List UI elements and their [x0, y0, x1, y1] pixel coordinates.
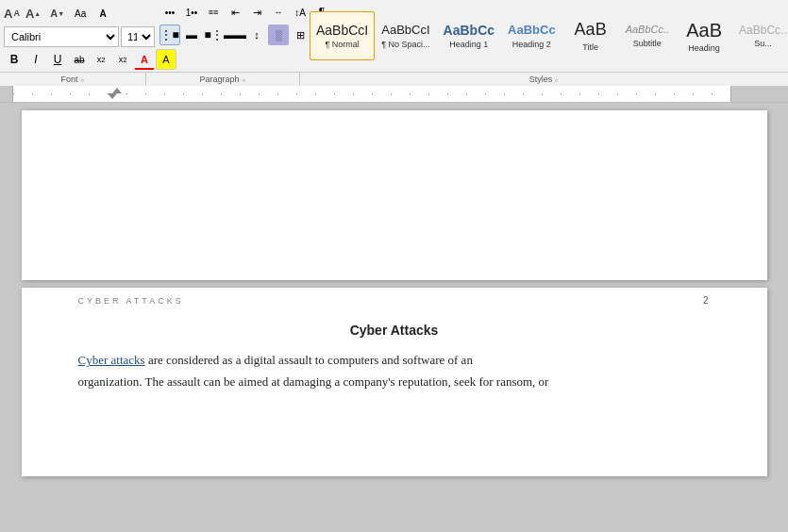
font-section-label: Font — [60, 74, 77, 85]
font-dialog-launcher[interactable]: ⬦ — [80, 75, 85, 84]
justify-button[interactable]: ▬▬ — [225, 25, 245, 45]
ruler — [0, 86, 788, 103]
page-2-title: Cyber Attacks — [78, 323, 711, 338]
align-center-button[interactable]: ▬ — [181, 25, 202, 45]
paragraph-section: ••• 1•• ≡≡ ⇤ ⇥ ↔ ↕A ¶ ⋮■ ▬ ■⋮ ▬▬ ↕ ░ ⊞ — [156, 2, 302, 70]
toolbar: A A A▲ A▼ Aa A Calibri Times New Roman A… — [0, 0, 788, 86]
strikethrough-button[interactable]: ab — [69, 49, 90, 70]
hanging-indent[interactable] — [108, 93, 117, 99]
align-right-button[interactable]: ■⋮ — [203, 25, 224, 45]
page-2-paragraph2: organization. The assault can be aimed a… — [78, 371, 711, 392]
increase-indent-button[interactable]: ⇥ — [246, 2, 267, 23]
font-size-small-icon: A — [13, 8, 20, 18]
text-effect-button[interactable]: A — [92, 3, 113, 24]
page-2-header: CYBER ATTACKS 2 — [22, 288, 767, 313]
paragraph-section-label: Paragraph — [199, 74, 239, 85]
number-list-button[interactable]: 1•• — [181, 2, 202, 23]
style-heading2[interactable]: AaBbCc Heading 2 — [501, 11, 562, 60]
cyber-attacks-link[interactable]: Cyber attacks — [78, 353, 145, 367]
bold-button[interactable]: B — [4, 49, 25, 70]
styles-dialog-launcher[interactable]: ⬦ — [554, 75, 559, 84]
font-section: A A A▲ A▼ Aa A Calibri Times New Roman A… — [4, 2, 150, 70]
ruler-right-margin — [731, 86, 788, 102]
font-size-select[interactable]: 891011121416 — [121, 26, 155, 47]
subscript-button[interactable]: x2 — [91, 49, 111, 70]
shading-button[interactable]: ░ — [268, 25, 289, 45]
style-subtitle[interactable]: AaBbCc.. Subtitle — [619, 11, 676, 60]
style-no-spacing[interactable]: AaBbCcI ¶ No Spaci... — [375, 11, 436, 60]
italic-button[interactable]: I — [25, 49, 46, 70]
page-header-title: CYBER ATTACKS — [78, 296, 184, 306]
font-name-select[interactable]: Calibri Times New Roman Arial — [4, 26, 119, 47]
align-left-button[interactable]: ⋮■ — [159, 25, 180, 45]
multilevel-list-button[interactable]: ≡≡ — [203, 2, 224, 23]
style-extra[interactable]: AaBbCc.. Su... — [732, 11, 788, 60]
clear-format-button[interactable]: Aa — [70, 3, 91, 24]
style-title[interactable]: AaB Title — [562, 11, 619, 60]
underline-button[interactable]: U — [47, 49, 68, 70]
font-size-large-icon: A — [4, 7, 12, 21]
para-dialog-launcher[interactable]: ⬦ — [242, 75, 246, 84]
page-1 — [22, 110, 767, 280]
page-number: 2 — [703, 295, 711, 306]
style-heading1[interactable]: AaBbCc Heading 1 — [437, 11, 501, 60]
style-heading[interactable]: AaB Heading — [676, 11, 732, 60]
styles-section: AaBbCcI ¶ Normal AaBbCcI ¶ No Spaci... A… — [308, 2, 788, 70]
page-2-paragraph1: Cyber attacks are considered as a digita… — [78, 349, 711, 371]
paragraph1-rest: are considered as a digital assault to c… — [145, 353, 473, 367]
page-2-body: Cyber Attacks Cyber attacks are consider… — [22, 313, 767, 412]
ltr-rtl-button[interactable]: ↔ — [268, 2, 289, 23]
styles-section-label: Styles — [529, 74, 553, 85]
grow-font-button[interactable]: A▲ — [22, 3, 44, 24]
page-2: CYBER ATTACKS 2 Cyber Attacks Cyber atta… — [22, 288, 767, 476]
page-1-content — [22, 110, 767, 148]
document-area: CYBER ATTACKS 2 Cyber Attacks Cyber atta… — [0, 103, 788, 532]
decrease-indent-button[interactable]: ⇤ — [225, 2, 245, 23]
line-spacing-button[interactable]: ↕ — [246, 25, 267, 45]
text-color-button[interactable]: A — [134, 49, 155, 70]
shrink-font-button[interactable]: A▼ — [46, 3, 68, 24]
superscript-button[interactable]: x2 — [112, 49, 133, 70]
ruler-left-margin — [0, 86, 13, 102]
ruler-content — [13, 86, 731, 102]
bullet-list-button[interactable]: ••• — [159, 2, 180, 23]
style-normal[interactable]: AaBbCcI ¶ Normal — [310, 11, 375, 60]
section-labels: Font ⬦ Paragraph ⬦ Styles ⬦ — [0, 72, 788, 86]
